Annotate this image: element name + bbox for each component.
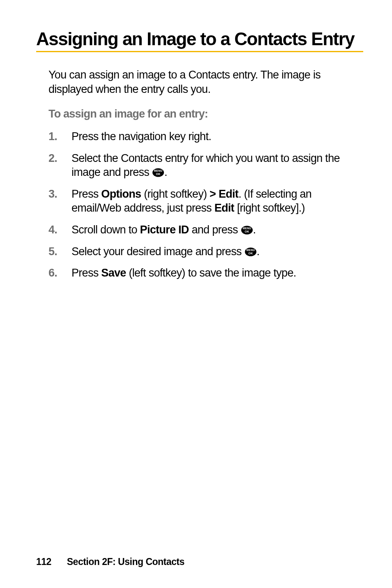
step-item: Press the navigation key right. (71, 129, 363, 144)
step-bold: Options (101, 188, 141, 200)
steps-list: Press the navigation key right.Select th… (48, 129, 363, 280)
step-text: (right softkey) (141, 188, 210, 200)
step-item: Press Save (left softkey) to save the im… (71, 266, 363, 280)
step-bold: Picture ID (140, 224, 189, 236)
step-text: . (257, 245, 260, 258)
page-title: Assigning an Image to a Contacts Entry (36, 30, 363, 48)
svg-text:MENU: MENU (154, 169, 162, 172)
step-text: Scroll down to (71, 224, 140, 236)
svg-text:OK: OK (244, 230, 249, 233)
step-item: Press Options (right softkey) > Edit. (I… (71, 187, 363, 215)
title-rule (36, 51, 363, 52)
step-text: Select your desired image and press (71, 245, 244, 258)
step-text: Press the navigation key right. (71, 130, 211, 143)
menu-ok-icon: MENUOK (244, 247, 257, 256)
step-item: Select your desired image and press MENU… (71, 244, 363, 259)
section-label: Section 2F: Using Contacts (67, 556, 184, 567)
step-bold: > Edit (210, 188, 238, 200)
step-text: Select the Contacts entry for which you … (71, 152, 340, 179)
svg-text:OK: OK (156, 173, 160, 175)
step-bold: Edit (214, 202, 234, 214)
page-number: 112 (36, 556, 51, 567)
step-text: and press (189, 224, 241, 236)
menu-ok-icon: MENUOK (241, 226, 253, 235)
intro-paragraph: You can assign an image to a Contacts en… (48, 68, 363, 96)
step-text: Press (71, 267, 101, 279)
subheading: To assign an image for an entry: (48, 108, 363, 120)
step-item: Scroll down to Picture ID and press MENU… (71, 223, 363, 237)
step-bold: Save (101, 267, 126, 279)
menu-ok-icon: MENUOK (152, 168, 164, 177)
svg-text:MENU: MENU (242, 227, 251, 230)
svg-text:MENU: MENU (246, 249, 254, 251)
step-text: . (164, 166, 167, 178)
step-text: (left softkey) to save the image type. (126, 267, 296, 279)
page-footer: 112 Section 2F: Using Contacts (36, 556, 184, 567)
step-text: [right softkey].) (234, 202, 305, 214)
svg-text:OK: OK (248, 252, 253, 255)
step-text: . (253, 224, 256, 236)
step-item: Select the Contacts entry for which you … (71, 151, 363, 180)
page: Assigning an Image to a Contacts Entry Y… (0, 0, 392, 588)
step-text: Press (71, 188, 101, 200)
